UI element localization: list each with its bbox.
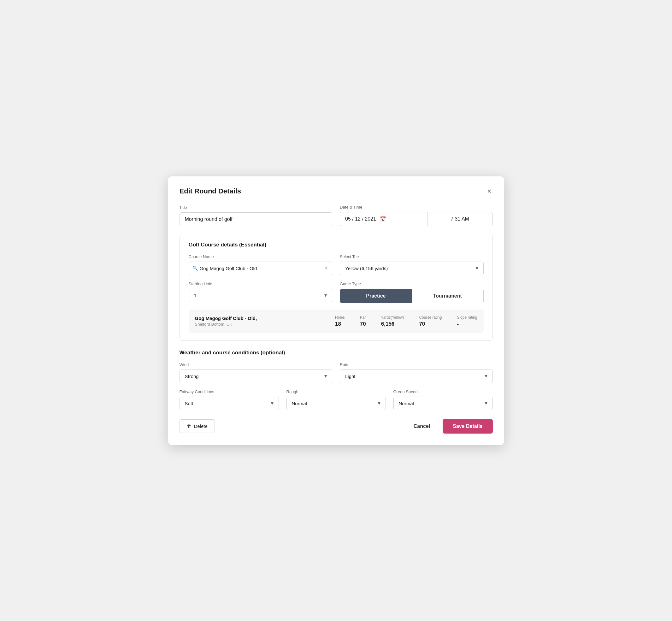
green-speed-select[interactable]: Normal Slow Fast Very Fast: [393, 397, 493, 410]
yards-label: Yards(Yellow): [381, 315, 404, 320]
delete-button[interactable]: 🗑 Delete: [179, 419, 215, 433]
conditions-section: Weather and course conditions (optional)…: [179, 349, 493, 410]
course-info-box: Gog Magog Golf Club - Old, Shelford Bott…: [189, 309, 484, 333]
time-value: 7:31 AM: [451, 216, 469, 222]
select-tee-wrap: Yellow (6,156 yards) ▼: [340, 261, 484, 275]
select-tee-label: Select Tee: [340, 254, 484, 259]
course-name-location: Gog Magog Golf Club - Old, Shelford Bott…: [195, 316, 257, 327]
game-type-toggle: Practice Tournament: [340, 289, 484, 303]
wind-label: Wind: [179, 362, 333, 367]
course-tee-row: Course Name 🔍 ✕ Select Tee Yellow (6,156…: [189, 254, 484, 275]
clear-icon[interactable]: ✕: [324, 265, 328, 271]
modal-header: Edit Round Details ×: [179, 187, 493, 196]
footer-right: Cancel Save Details: [409, 419, 493, 433]
game-type-group: Game Type Practice Tournament: [340, 282, 484, 303]
slope-rating-stat: Slope rating -: [457, 315, 477, 327]
fairway-select[interactable]: Soft Normal Hard: [179, 397, 279, 410]
title-datetime-row: Title Date & Time 05 / 12 / 2021 📅 7:31 …: [179, 205, 493, 226]
search-icon: 🔍: [193, 266, 198, 271]
green-speed-label: Green Speed: [393, 389, 493, 394]
title-group: Title: [179, 205, 333, 226]
edit-round-modal: Edit Round Details × Title Date & Time 0…: [168, 176, 504, 445]
rain-group: Rain Light None Moderate Heavy ▼: [340, 362, 493, 383]
fairway-select-wrap: Soft Normal Hard ▼: [179, 397, 279, 410]
rain-select-wrap: Light None Moderate Heavy ▼: [340, 370, 493, 383]
footer-row: 🗑 Delete Cancel Save Details: [179, 419, 493, 433]
slope-rating-value: -: [457, 321, 459, 327]
green-speed-group: Green Speed Normal Slow Fast Very Fast ▼: [393, 389, 493, 410]
conditions-title: Weather and course conditions (optional): [179, 349, 493, 356]
yards-value: 6,156: [381, 321, 395, 327]
rough-select-wrap: Normal Short Long ▼: [287, 397, 386, 410]
trash-icon: 🗑: [187, 423, 192, 429]
course-name-group: Course Name 🔍 ✕: [189, 254, 333, 275]
course-name-search-wrap: 🔍 ✕: [189, 261, 333, 275]
close-button[interactable]: ×: [486, 187, 493, 196]
rough-label: Rough: [287, 389, 386, 394]
course-info-stats: Holes 18 Par 70 Yards(Yellow) 6,156 Cour…: [335, 315, 477, 327]
wind-group: Wind Strong Calm Light Moderate Very Str…: [179, 362, 333, 383]
course-name-label: Course Name: [189, 254, 333, 259]
hole-gametype-row: Starting Hole 1 ▼ Game Type Practice Tou…: [189, 282, 484, 303]
course-info-location: Shelford Bottom, UK: [195, 322, 257, 327]
holes-stat: Holes 18: [335, 315, 345, 327]
starting-hole-group: Starting Hole 1 ▼: [189, 282, 333, 303]
modal-title: Edit Round Details: [179, 187, 241, 195]
starting-hole-wrap: 1 ▼: [189, 289, 333, 302]
fairway-group: Fairway Conditions Soft Normal Hard ▼: [179, 389, 279, 410]
green-speed-select-wrap: Normal Slow Fast Very Fast ▼: [393, 397, 493, 410]
par-stat: Par 70: [360, 315, 366, 327]
course-rating-stat: Course rating 70: [419, 315, 442, 327]
golf-course-section: Golf Course details (Essential) Course N…: [179, 234, 493, 341]
wind-select[interactable]: Strong Calm Light Moderate Very Strong: [179, 370, 333, 383]
par-value: 70: [360, 321, 366, 327]
wind-rain-row: Wind Strong Calm Light Moderate Very Str…: [179, 362, 493, 383]
date-field[interactable]: 05 / 12 / 2021 📅: [340, 212, 427, 226]
course-rating-label: Course rating: [419, 315, 442, 320]
datetime-group: Date & Time 05 / 12 / 2021 📅 7:31 AM: [340, 205, 493, 226]
select-tee-group: Select Tee Yellow (6,156 yards) ▼: [340, 254, 484, 275]
cancel-button[interactable]: Cancel: [409, 420, 435, 433]
rough-group: Rough Normal Short Long ▼: [287, 389, 386, 410]
par-label: Par: [360, 315, 366, 320]
datetime-label: Date & Time: [340, 205, 493, 210]
calendar-icon: 📅: [380, 216, 386, 222]
tournament-toggle-button[interactable]: Tournament: [412, 289, 483, 303]
time-field[interactable]: 7:31 AM: [427, 212, 493, 226]
save-button[interactable]: Save Details: [443, 419, 493, 433]
rain-select[interactable]: Light None Moderate Heavy: [340, 370, 493, 383]
wind-select-wrap: Strong Calm Light Moderate Very Strong ▼: [179, 370, 333, 383]
rough-select[interactable]: Normal Short Long: [287, 397, 386, 410]
date-value: 05 / 12 / 2021: [345, 216, 376, 222]
title-input[interactable]: [179, 212, 333, 226]
course-name-input[interactable]: [189, 261, 333, 275]
golf-section-title: Golf Course details (Essential): [189, 242, 484, 248]
fairway-label: Fairway Conditions: [179, 389, 279, 394]
delete-label: Delete: [194, 423, 208, 429]
yards-stat: Yards(Yellow) 6,156: [381, 315, 404, 327]
select-tee-select[interactable]: Yellow (6,156 yards): [340, 261, 484, 275]
holes-label: Holes: [335, 315, 345, 320]
title-label: Title: [179, 205, 333, 210]
fairway-rough-green-row: Fairway Conditions Soft Normal Hard ▼ Ro…: [179, 389, 493, 410]
course-rating-value: 70: [419, 321, 425, 327]
slope-rating-label: Slope rating: [457, 315, 477, 320]
datetime-row: 05 / 12 / 2021 📅 7:31 AM: [340, 212, 493, 226]
starting-hole-label: Starting Hole: [189, 282, 333, 286]
starting-hole-select[interactable]: 1: [189, 289, 333, 302]
holes-value: 18: [335, 321, 341, 327]
game-type-label: Game Type: [340, 282, 484, 286]
course-info-name: Gog Magog Golf Club - Old,: [195, 316, 257, 321]
practice-toggle-button[interactable]: Practice: [340, 289, 412, 303]
rain-label: Rain: [340, 362, 493, 367]
